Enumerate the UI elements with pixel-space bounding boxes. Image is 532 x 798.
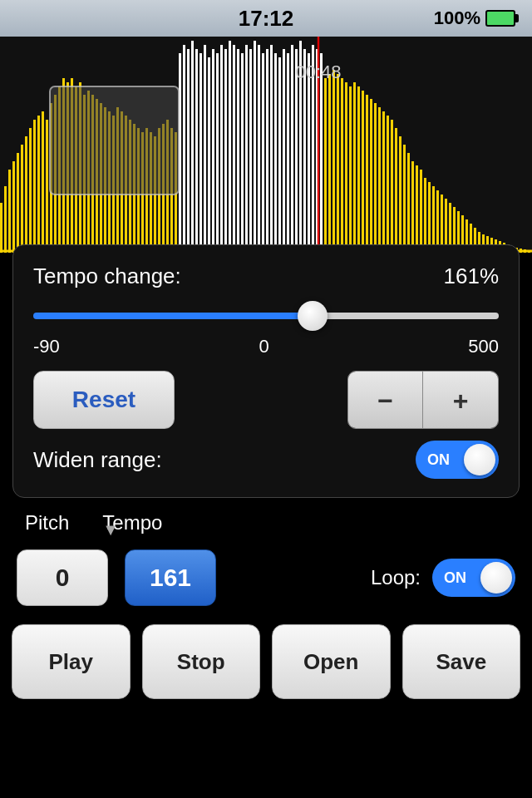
svg-rect-4 (12, 161, 15, 253)
tab-pitch[interactable]: Pitch (17, 506, 94, 539)
svg-rect-9 (33, 120, 36, 253)
tempo-slider-container[interactable] (33, 301, 499, 331)
tempo-row: Tempo change: 161% (33, 264, 499, 289)
svg-rect-80 (328, 74, 331, 253)
svg-rect-79 (324, 78, 327, 253)
svg-rect-53 (216, 53, 219, 253)
save-button[interactable]: Save (402, 624, 521, 699)
svg-rect-66 (270, 45, 273, 253)
svg-rect-71 (291, 45, 293, 253)
svg-rect-51 (208, 57, 210, 253)
svg-rect-64 (262, 53, 264, 253)
svg-rect-70 (287, 53, 289, 253)
svg-rect-2 (4, 186, 7, 253)
battery-icon (485, 10, 515, 27)
svg-rect-47 (191, 41, 194, 253)
svg-rect-1 (0, 203, 2, 253)
loop-state: ON (444, 569, 466, 587)
widen-range-row: Widen range: ON (33, 441, 499, 479)
svg-rect-94 (387, 116, 389, 253)
bottom-tabs: Pitch Tempo ▼ (0, 498, 532, 543)
range-labels: -90 0 500 (33, 336, 499, 357)
svg-rect-93 (382, 111, 385, 253)
play-button[interactable]: Play (12, 624, 131, 699)
svg-rect-5 (17, 153, 19, 253)
svg-rect-67 (274, 53, 277, 253)
svg-rect-48 (195, 49, 198, 253)
svg-rect-59 (241, 53, 244, 253)
tempo-slider-track[interactable] (33, 313, 499, 319)
pitch-tempo-row: 0 161 Loop: ON (0, 543, 532, 613)
buttons-row: Reset − + (33, 371, 499, 429)
svg-rect-92 (378, 107, 381, 253)
waveform-svg: 00:48 (0, 37, 532, 253)
svg-rect-62 (254, 41, 256, 253)
widen-range-label: Widen range: (33, 447, 162, 473)
svg-rect-49 (200, 53, 202, 253)
tempo-slider-thumb[interactable] (298, 301, 328, 331)
svg-rect-56 (229, 41, 231, 253)
svg-rect-11 (42, 111, 44, 253)
plus-button[interactable]: + (423, 372, 498, 429)
svg-rect-82 (337, 74, 339, 253)
svg-rect-52 (212, 49, 214, 253)
reset-button[interactable]: Reset (33, 371, 175, 429)
status-time: 17:12 (239, 6, 294, 32)
svg-rect-97 (399, 136, 401, 253)
svg-rect-65 (266, 49, 268, 253)
svg-rect-84 (345, 82, 347, 253)
svg-rect-8 (29, 128, 32, 253)
widen-range-thumb (464, 444, 495, 475)
loop-toggle[interactable]: ON (432, 559, 515, 597)
svg-rect-89 (366, 95, 368, 253)
svg-rect-91 (374, 103, 377, 253)
svg-rect-85 (349, 86, 352, 253)
minus-button[interactable]: − (348, 372, 423, 429)
tempo-change-value: 161% (444, 264, 500, 289)
svg-rect-45 (183, 45, 185, 253)
svg-rect-58 (237, 49, 239, 253)
svg-rect-61 (249, 49, 252, 253)
svg-rect-68 (278, 57, 281, 253)
svg-rect-54 (220, 45, 223, 253)
status-bar: 17:12 100% (0, 0, 532, 37)
loop-thumb (480, 562, 512, 594)
pitch-value-box[interactable]: 0 (17, 549, 108, 606)
svg-rect-63 (258, 45, 260, 253)
svg-rect-60 (245, 45, 248, 253)
svg-rect-102 (420, 170, 422, 253)
tempo-change-label: Tempo change: (33, 264, 181, 289)
stop-button[interactable]: Stop (142, 624, 261, 699)
control-panel: Tempo change: 161% -90 0 500 Reset − + W… (12, 244, 520, 498)
svg-rect-87 (357, 86, 360, 253)
svg-rect-81 (332, 70, 335, 253)
svg-rect-96 (395, 128, 397, 253)
svg-rect-86 (353, 82, 356, 253)
svg-rect-3 (8, 170, 11, 253)
tab-tempo[interactable]: Tempo ▼ (94, 506, 187, 539)
svg-rect-95 (391, 120, 393, 253)
waveform-area[interactable]: 00:48 (0, 37, 532, 253)
status-battery: 100% (434, 7, 515, 29)
svg-rect-83 (341, 78, 343, 253)
svg-rect-106 (436, 190, 439, 253)
svg-rect-12 (46, 120, 48, 253)
plusminus-group: − + (347, 371, 499, 429)
svg-rect-98 (403, 145, 406, 253)
svg-rect-104 (428, 182, 431, 253)
svg-rect-103 (424, 178, 426, 253)
svg-rect-6 (21, 145, 23, 253)
svg-rect-10 (37, 116, 40, 253)
bottom-buttons: Play Stop Open Save (0, 613, 532, 711)
open-button[interactable]: Open (272, 624, 391, 699)
tempo-value-box[interactable]: 161 (125, 549, 216, 606)
tab-tempo-underline: ▼ (102, 520, 187, 539)
svg-rect-88 (362, 91, 364, 253)
battery-percentage: 100% (434, 7, 480, 29)
svg-rect-100 (411, 161, 414, 253)
svg-text:00:48: 00:48 (295, 62, 341, 82)
svg-rect-101 (416, 165, 418, 253)
loop-row: Loop: ON (371, 559, 515, 597)
range-min: -90 (33, 336, 60, 357)
widen-range-toggle[interactable]: ON (416, 441, 499, 479)
